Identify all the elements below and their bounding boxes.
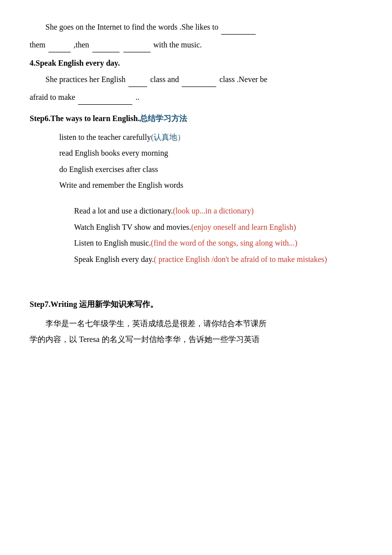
blank-5 xyxy=(128,72,147,87)
intro-then: ,then xyxy=(74,41,89,49)
blank-1 xyxy=(221,20,256,35)
step7-para1: 李华是一名七年级学生，英语成绩总是很差，请你结合本节课所 xyxy=(30,316,362,332)
list-b: Read a lot and use a dictionary.(look up… xyxy=(74,204,362,267)
heading-4: 4.Speak English every day. xyxy=(30,56,362,71)
step7-para2: 学的内容，以 Teresa 的名义写一封信给李华，告诉她一些学习英语 xyxy=(30,332,362,347)
list-item-b3: Listen to English music.(find the word o… xyxy=(74,236,351,251)
intro-paragraph: She goes on the Internet to find the wor… xyxy=(30,20,362,35)
list-item-a3: do English exercises after class xyxy=(59,162,362,177)
para-4-line2: afraid to make .. xyxy=(30,90,362,105)
blank-2 xyxy=(48,38,71,52)
list-a: listen to the teacher carefully(认真地） rea… xyxy=(59,130,362,193)
blank-7 xyxy=(78,90,132,105)
list-item-a2: read English books every morning xyxy=(59,146,362,161)
list-item-b2: Watch English TV show and movies.(enjoy … xyxy=(74,220,351,235)
list-item-b4: Speak English every day.( practice Engli… xyxy=(74,252,351,267)
blank-6 xyxy=(182,72,216,87)
intro-text-1: She goes on the Internet to find the wor… xyxy=(45,23,218,31)
blank-3 xyxy=(92,38,119,52)
intro-them: them xyxy=(30,41,45,49)
intro-with: with the music. xyxy=(154,41,202,49)
step6-heading: Step6.The ways to learn English.总结学习方法 xyxy=(30,112,362,126)
intro-paragraph-2: them ,then with the music. xyxy=(30,38,362,52)
para-4-line1: She practices her English class and clas… xyxy=(30,72,362,87)
list-item-a1: listen to the teacher carefully(认真地） xyxy=(59,130,362,145)
step7-heading: Step7.Writing 运用新学知识来写作。 xyxy=(30,298,362,312)
blank-4 xyxy=(123,38,151,52)
list-item-a4: Write and remember the English words xyxy=(59,178,362,193)
list-item-b1: Read a lot and use a dictionary.(look up… xyxy=(74,204,362,218)
